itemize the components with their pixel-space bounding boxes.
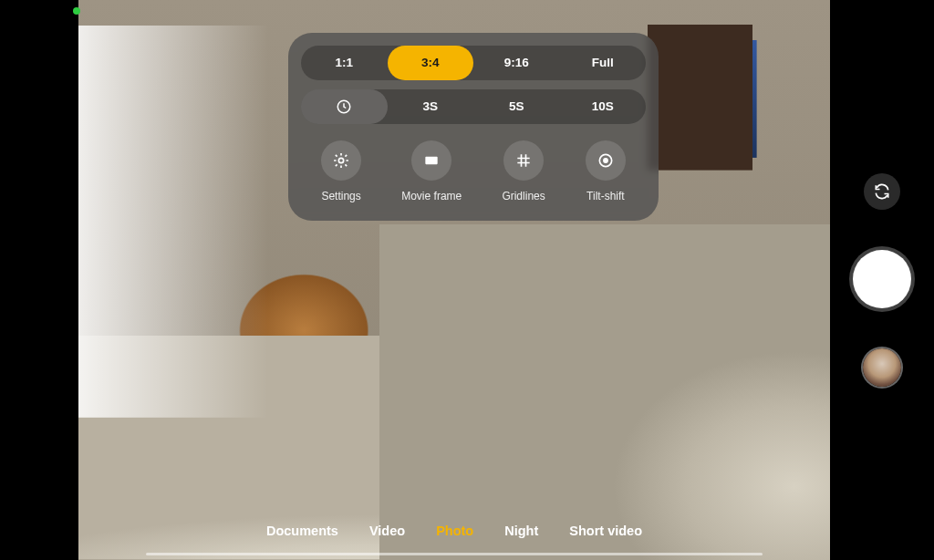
aspect-full[interactable]: Full: [560, 46, 647, 80]
tilt-shift-label: Tilt-shift: [586, 190, 625, 202]
gridlines-label: Gridlines: [502, 190, 545, 202]
mode-strip: Documents Video Photo Night Short video: [78, 524, 830, 538]
mode-short-video[interactable]: Short video: [569, 524, 642, 538]
tilt-shift-button[interactable]: Tilt-shift: [586, 140, 626, 202]
aspect-1-1[interactable]: 1:1: [301, 46, 388, 80]
movie-frame-button[interactable]: Movie frame: [401, 140, 462, 202]
movie-frame-label: Movie frame: [401, 190, 462, 202]
settings-button[interactable]: Settings: [321, 140, 361, 202]
timer-icon: [336, 99, 352, 115]
svg-rect-2: [426, 157, 438, 164]
timer-5s[interactable]: 5S: [473, 89, 560, 124]
mode-video[interactable]: Video: [369, 524, 405, 538]
tilt-shift-icon: [597, 151, 615, 170]
aspect-3-4[interactable]: 3:4: [388, 46, 474, 80]
timer-10s[interactable]: 10S: [560, 89, 647, 124]
aspect-ratio-row: 1:1 3:4 9:16 Full: [301, 46, 646, 80]
timer-row: 3S 5S 10S: [301, 89, 646, 124]
settings-label: Settings: [321, 190, 360, 202]
aspect-9-16[interactable]: 9:16: [473, 46, 560, 80]
shutter-button[interactable]: [853, 250, 911, 308]
right-controls: [830, 0, 934, 560]
gridlines-button[interactable]: Gridlines: [502, 140, 545, 202]
nav-handle[interactable]: [146, 553, 763, 555]
gear-icon: [332, 151, 350, 170]
svg-point-4: [604, 159, 607, 162]
gallery-thumbnail[interactable]: [863, 348, 901, 387]
grid-icon: [514, 151, 533, 170]
timer-off[interactable]: [301, 89, 388, 124]
movie-frame-icon: [422, 151, 441, 170]
mode-documents[interactable]: Documents: [266, 524, 338, 538]
switch-camera-button[interactable]: [864, 173, 900, 210]
tools-row: Settings Movie frame Gridlines: [301, 140, 646, 202]
camera-settings-panel: 1:1 3:4 9:16 Full 3S 5S 10S Settings: [288, 33, 659, 221]
timer-3s[interactable]: 3S: [388, 89, 474, 124]
switch-camera-icon: [873, 182, 891, 201]
svg-point-1: [338, 158, 343, 162]
mode-photo[interactable]: Photo: [436, 524, 473, 538]
privacy-indicator-dot: [73, 7, 80, 15]
mode-night[interactable]: Night: [504, 524, 538, 538]
